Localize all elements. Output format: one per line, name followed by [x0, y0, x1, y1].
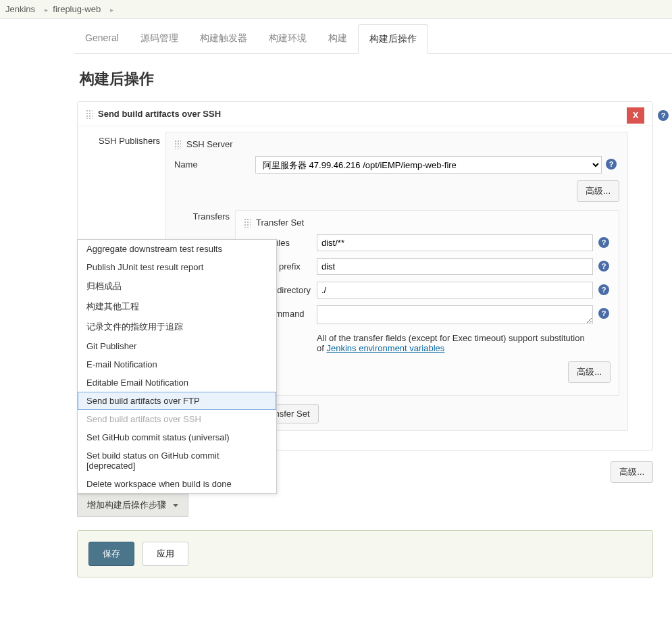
- advanced-button[interactable]: 高级...: [611, 461, 653, 483]
- breadcrumb-item[interactable]: fireplug-web: [53, 4, 101, 14]
- advanced-button[interactable]: 高级...: [568, 361, 611, 383]
- menu-item[interactable]: Delete workspace when build is done: [78, 475, 276, 493]
- menu-item[interactable]: Editable Email Notification: [78, 374, 276, 392]
- drag-handle-icon[interactable]: [174, 140, 181, 149]
- chevron-right-icon: ▸: [45, 6, 48, 14]
- name-label: Name: [174, 156, 255, 170]
- env-vars-link[interactable]: Jenkins environment variables: [326, 343, 444, 353]
- remote-dir-input[interactable]: [317, 282, 593, 299]
- add-step-label: 增加构建后操作步骤: [87, 499, 166, 511]
- transfer-set-box: Transfer Set Source files ? Remove prefi…: [235, 210, 619, 396]
- help-icon[interactable]: ?: [598, 308, 609, 319]
- tab-env[interactable]: 构建环境: [258, 24, 317, 53]
- exec-command-input[interactable]: [317, 305, 593, 324]
- source-files-input[interactable]: [317, 234, 593, 251]
- tab-build[interactable]: 构建: [317, 24, 358, 53]
- menu-item[interactable]: 归档成品: [78, 276, 276, 297]
- block-title: Send build artifacts over SSH: [98, 109, 221, 119]
- block-header: Send build artifacts over SSH: [78, 102, 652, 126]
- breadcrumb-item[interactable]: Jenkins: [5, 4, 35, 14]
- server-name-select[interactable]: 阿里服务器 47.99.46.216 /opt/iEMP/iemp-web-fi…: [255, 156, 602, 174]
- help-icon[interactable]: ?: [606, 159, 617, 170]
- help-icon[interactable]: ?: [598, 284, 609, 295]
- footer-actions: 保存 应用: [77, 530, 653, 577]
- ssh-server-title: SSH Server: [186, 139, 233, 149]
- transfer-note: All of the transfer fields (except for E…: [317, 333, 611, 353]
- menu-item[interactable]: Publish JUnit test result report: [78, 258, 276, 276]
- drag-handle-icon[interactable]: [86, 109, 93, 119]
- caret-down-icon: [173, 504, 178, 507]
- post-build-menu: Aggregate downstream test results Publis…: [77, 239, 277, 494]
- menu-item[interactable]: 记录文件的指纹用于追踪: [78, 317, 276, 337]
- transfer-set-title: Transfer Set: [256, 217, 304, 228]
- menu-item[interactable]: E-mail Notification: [78, 355, 276, 374]
- advanced-button[interactable]: 高级...: [577, 180, 619, 202]
- save-button[interactable]: 保存: [88, 542, 134, 566]
- help-icon[interactable]: ?: [598, 237, 609, 248]
- menu-item[interactable]: Git Publisher: [78, 337, 276, 355]
- config-tabs: General 源码管理 构建触发器 构建环境 构建 构建后操作: [74, 24, 672, 54]
- menu-item-selected[interactable]: Send build artifacts over FTP: [78, 392, 276, 410]
- remove-prefix-input[interactable]: [317, 258, 593, 275]
- tab-triggers[interactable]: 构建触发器: [189, 24, 258, 53]
- breadcrumb: Jenkins ▸ fireplug-web ▸: [0, 0, 672, 19]
- tab-general[interactable]: General: [74, 24, 130, 53]
- close-icon[interactable]: X: [627, 107, 644, 124]
- add-post-build-step-button[interactable]: 增加构建后操作步骤: [77, 494, 188, 517]
- chevron-right-icon: ▸: [110, 6, 113, 14]
- tab-postbuild[interactable]: 构建后操作: [358, 24, 428, 54]
- drag-handle-icon[interactable]: [244, 218, 251, 228]
- help-icon[interactable]: ?: [598, 261, 609, 272]
- tab-scm[interactable]: 源码管理: [130, 24, 189, 53]
- menu-item[interactable]: Set GitHub commit status (universal): [78, 428, 276, 446]
- menu-item[interactable]: Set build status on GitHub commit [depre…: [78, 446, 276, 475]
- menu-item-disabled: Send build artifacts over SSH: [78, 410, 276, 428]
- apply-button[interactable]: 应用: [143, 542, 188, 566]
- menu-item[interactable]: Aggregate downstream test results: [78, 240, 276, 258]
- menu-item[interactable]: 构建其他工程: [78, 297, 276, 317]
- page-title: 构建后操作: [80, 69, 672, 89]
- help-icon[interactable]: ?: [658, 110, 669, 121]
